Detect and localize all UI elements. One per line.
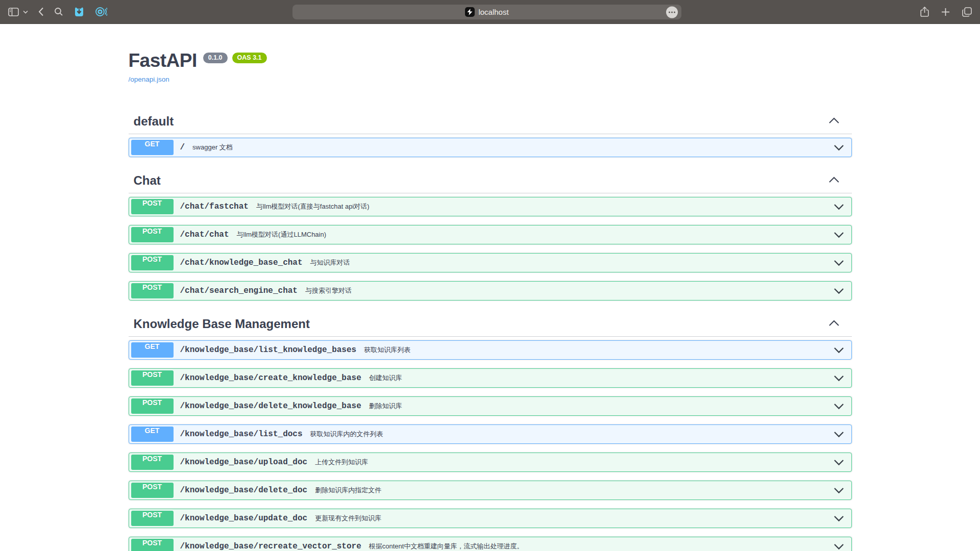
endpoint-row[interactable]: POST /knowledge_base/delete_doc 删除知识库内指定…: [129, 481, 852, 500]
method-badge: GET: [131, 342, 174, 358]
endpoint-summary: 创建知识库: [369, 373, 402, 383]
endpoint-row[interactable]: POST /chat/chat 与llm模型对话(通过LLMChain): [129, 225, 852, 244]
share-button[interactable]: [920, 7, 929, 17]
endpoint-row[interactable]: POST /chat/fastchat 与llm模型对话(直接与fastchat…: [129, 197, 852, 216]
back-button[interactable]: [38, 7, 44, 16]
endpoint-path: /chat/knowledge_base_chat: [180, 258, 303, 267]
address-bar[interactable]: localhost: [292, 5, 681, 19]
endpoint-row[interactable]: GET /knowledge_base/list_docs 获取知识库内的文件列…: [129, 424, 852, 444]
endpoint-row[interactable]: POST /knowledge_base/update_doc 更新现有文件到知…: [129, 509, 852, 528]
method-badge: POST: [131, 199, 174, 214]
api-section: Chat POST /chat/fastchat 与llm模型对话(直接与fas…: [129, 173, 852, 300]
expand-chevron-icon: [834, 204, 844, 210]
endpoint-path: /knowledge_base/delete_knowledge_base: [180, 402, 361, 411]
collapse-chevron-icon: [828, 176, 840, 185]
tab-overview-button[interactable]: [962, 7, 972, 17]
api-section: default GET / swagger 文档: [129, 114, 852, 157]
extension-radar-icon[interactable]: [95, 6, 107, 17]
endpoint-row[interactable]: POST /knowledge_base/create_knowledge_ba…: [129, 368, 852, 388]
method-badge: POST: [131, 455, 174, 470]
endpoint-summary: 与llm模型对话(通过LLMChain): [237, 230, 327, 239]
method-badge: POST: [131, 370, 174, 386]
endpoint-path: /chat/chat: [180, 230, 229, 239]
endpoint-summary: 与llm模型对话(直接与fastchat api对话): [256, 202, 370, 211]
api-sections: default GET / swagger 文档 Chat: [129, 114, 852, 551]
section-header[interactable]: Chat: [129, 173, 852, 193]
endpoint-path: /knowledge_base/list_docs: [180, 430, 303, 439]
endpoint-path: /: [180, 143, 185, 152]
endpoint-summary: 删除知识库内指定文件: [315, 486, 381, 495]
endpoint-path: /chat/search_engine_chat: [180, 286, 298, 295]
method-badge: POST: [131, 283, 174, 298]
oas-badge: OAS 3.1: [232, 53, 267, 63]
method-badge: POST: [131, 511, 174, 526]
expand-chevron-icon: [834, 459, 844, 466]
endpoint-summary: 根据content中文档重建向量库，流式输出处理进度。: [369, 542, 524, 551]
collapse-chevron-icon: [828, 117, 840, 126]
method-badge: POST: [131, 255, 174, 270]
endpoint-summary: 删除知识库: [369, 402, 402, 411]
endpoint-row[interactable]: POST /knowledge_base/delete_knowledge_ba…: [129, 396, 852, 416]
section-title: Knowledge Base Management: [134, 317, 310, 331]
url-text: localhost: [478, 8, 508, 16]
section-title: default: [134, 114, 174, 129]
swagger-page: FastAPI 0.1.0 OAS 3.1 /openapi.json defa…: [0, 24, 980, 551]
api-section: Knowledge Base Management GET /knowledge…: [129, 317, 852, 551]
extension-translate-icon[interactable]: [74, 6, 85, 17]
endpoint-path: /chat/fastchat: [180, 202, 249, 211]
method-badge: POST: [131, 539, 174, 551]
endpoint-row[interactable]: POST /chat/search_engine_chat 与搜索引擎对话: [129, 281, 852, 300]
expand-chevron-icon: [834, 288, 844, 294]
version-badge: 0.1.0: [203, 53, 228, 63]
method-badge: POST: [131, 227, 174, 242]
endpoint-row[interactable]: GET /knowledge_base/list_knowledge_bases…: [129, 340, 852, 360]
endpoint-path: /knowledge_base/update_doc: [180, 514, 308, 523]
endpoint-path: /knowledge_base/delete_doc: [180, 486, 308, 495]
expand-chevron-icon: [834, 347, 844, 354]
endpoint-summary: swagger 文档: [192, 143, 233, 152]
more-options-button[interactable]: [666, 6, 678, 18]
site-favicon-icon: [465, 7, 475, 17]
method-badge: GET: [131, 140, 174, 155]
browser-toolbar: localhost: [0, 0, 980, 24]
search-icon[interactable]: [54, 7, 63, 16]
method-badge: POST: [131, 398, 174, 414]
collapse-chevron-icon: [828, 319, 840, 329]
expand-chevron-icon: [834, 232, 844, 238]
endpoint-summary: 更新现有文件到知识库: [315, 514, 381, 523]
openapi-json-link[interactable]: /openapi.json: [129, 76, 169, 83]
endpoint-summary: 获取知识库列表: [364, 345, 410, 355]
expand-chevron-icon: [834, 375, 844, 382]
endpoint-path: /knowledge_base/create_knowledge_base: [180, 373, 361, 383]
expand-chevron-icon: [834, 431, 844, 438]
endpoint-summary: 与搜索引擎对话: [305, 286, 352, 295]
expand-chevron-icon: [834, 260, 844, 266]
sidebar-toggle-button[interactable]: [8, 8, 19, 16]
method-badge: POST: [131, 483, 174, 498]
section-header[interactable]: Knowledge Base Management: [129, 317, 852, 337]
endpoint-summary: 上传文件到知识库: [315, 458, 368, 467]
endpoint-path: /knowledge_base/recreate_vector_store: [180, 542, 361, 551]
expand-chevron-icon: [834, 515, 844, 522]
expand-chevron-icon: [834, 144, 844, 151]
api-title: FastAPI: [129, 51, 197, 70]
endpoint-path: /knowledge_base/list_knowledge_bases: [180, 345, 357, 355]
method-badge: GET: [131, 427, 174, 442]
expand-chevron-icon: [834, 543, 844, 550]
sidebar-chevron-icon[interactable]: [23, 10, 28, 14]
endpoint-row[interactable]: GET / swagger 文档: [129, 138, 852, 157]
endpoint-summary: 获取知识库内的文件列表: [310, 430, 383, 439]
new-tab-button[interactable]: [941, 8, 950, 16]
endpoint-summary: 与知识库对话: [310, 258, 350, 267]
endpoint-row[interactable]: POST /chat/knowledge_base_chat 与知识库对话: [129, 253, 852, 272]
section-header[interactable]: default: [129, 114, 852, 134]
expand-chevron-icon: [834, 403, 844, 410]
expand-chevron-icon: [834, 487, 844, 494]
endpoint-path: /knowledge_base/upload_doc: [180, 458, 308, 467]
endpoint-row[interactable]: POST /knowledge_base/upload_doc 上传文件到知识库: [129, 453, 852, 472]
endpoint-row[interactable]: POST /knowledge_base/recreate_vector_sto…: [129, 537, 852, 551]
section-title: Chat: [134, 173, 161, 188]
